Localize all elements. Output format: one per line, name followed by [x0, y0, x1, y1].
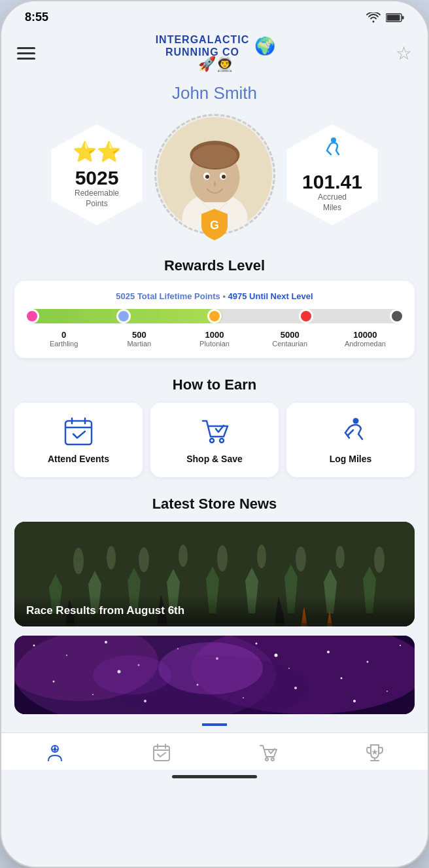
svg-point-23 — [73, 548, 84, 574]
logo-text: INTERGALACTIC RUNNING CO — [156, 33, 250, 58]
level-plutonian: 1000 Plutonian — [177, 330, 252, 348]
news-card-space[interactable] — [14, 636, 415, 714]
svg-point-47 — [288, 668, 290, 669]
progress-section: 5025 Total Lifetime Points • 4975 Until … — [14, 281, 415, 358]
points-number: 5025 — [75, 167, 119, 189]
log-miles-label: Log Miles — [330, 454, 372, 464]
runner-icon — [335, 416, 366, 447]
logo-rocket: 🚀👨‍🚀 — [198, 56, 233, 73]
svg-point-51 — [53, 681, 55, 683]
svg-point-62 — [158, 642, 263, 695]
svg-point-20 — [220, 439, 224, 443]
svg-point-53 — [144, 700, 146, 702]
home-nav-icon — [44, 742, 65, 763]
earn-card-shop[interactable]: Shop & Save — [150, 403, 279, 477]
svg-point-8 — [192, 145, 237, 168]
svg-point-55 — [243, 697, 244, 698]
progress-levels: 0 Earthling 500 Martian 1000 Plutonian 5… — [26, 330, 403, 348]
earn-cards: Attend Events Shop & Save Log Miles — [1, 403, 428, 490]
points-stat: ⭐⭐ 5025 RedeemablePoints — [46, 124, 148, 225]
svg-point-70 — [266, 758, 268, 761]
news-section: Race Results from August 6th — [1, 522, 428, 714]
nav-rewards[interactable] — [364, 742, 385, 763]
calendar-check-icon — [63, 416, 94, 447]
level-earthling: 0 Earthling — [26, 330, 101, 348]
svg-point-40 — [33, 645, 35, 647]
user-name: John Smith — [1, 81, 428, 114]
svg-point-41 — [66, 655, 67, 656]
dot-centaurian — [299, 309, 313, 323]
svg-point-12 — [222, 175, 226, 179]
race-card-overlay: Race Results from August 6th — [14, 595, 415, 626]
time: 8:55 — [25, 10, 48, 24]
profile-center: G — [154, 114, 275, 235]
rewards-title: Rewards Level — [1, 243, 428, 281]
favorite-button[interactable]: ☆ — [396, 43, 412, 64]
svg-rect-15 — [65, 421, 92, 444]
earn-card-miles[interactable]: Log Miles — [286, 403, 415, 477]
miles-label: AccruedMiles — [318, 192, 347, 213]
logo: INTERGALACTIC RUNNING CO 🌍 🚀👨‍🚀 — [156, 33, 276, 73]
cart-check-icon — [199, 416, 230, 447]
dot-martian — [116, 309, 131, 323]
svg-point-60 — [275, 654, 278, 657]
svg-marker-74 — [371, 749, 378, 755]
events-nav-icon — [151, 742, 172, 763]
race-card-title: Race Results from August 6th — [26, 604, 403, 617]
svg-point-24 — [107, 546, 116, 570]
shield-badge: G — [199, 208, 230, 244]
points-label: RedeemablePoints — [75, 189, 119, 209]
progress-label: 5025 Total Lifetime Points • 4975 Until … — [26, 291, 403, 301]
latest-news-title: Latest Store News — [1, 490, 428, 522]
svg-point-52 — [92, 694, 94, 695]
shop-save-label: Shop & Save — [186, 454, 243, 464]
cart-nav-icon — [258, 742, 279, 763]
svg-point-27 — [217, 545, 228, 571]
svg-point-49 — [367, 661, 369, 663]
nav-home[interactable] — [44, 742, 65, 763]
svg-point-63 — [93, 655, 171, 695]
svg-text:G: G — [210, 219, 219, 232]
svg-point-26 — [179, 545, 188, 567]
svg-rect-2 — [387, 14, 400, 20]
svg-point-46 — [256, 643, 258, 645]
svg-point-48 — [327, 651, 330, 653]
earn-card-events[interactable]: Attend Events — [14, 403, 143, 477]
svg-point-29 — [296, 547, 306, 571]
news-card-race[interactable]: Race Results from August 6th — [14, 522, 415, 626]
progress-dots — [26, 309, 403, 323]
bottom-nav — [1, 732, 428, 770]
svg-point-28 — [257, 545, 266, 568]
svg-point-31 — [374, 547, 385, 573]
nav-events[interactable] — [151, 742, 172, 763]
hamburger-menu[interactable] — [17, 47, 35, 60]
header: INTERGALACTIC RUNNING CO 🌍 🚀👨‍🚀 ☆ — [1, 28, 428, 81]
svg-point-56 — [294, 687, 297, 689]
level-martian: 500 Martian — [101, 330, 177, 348]
miles-number: 101.41 — [302, 171, 362, 192]
dot-plutonian — [207, 309, 222, 323]
stats-section: ⭐⭐ 5025 RedeemablePoints — [1, 114, 428, 243]
svg-point-11 — [205, 175, 209, 179]
battery-icon — [386, 13, 404, 22]
status-bar: 8:55 — [1, 1, 428, 28]
svg-point-21 — [353, 418, 359, 424]
trophy-nav-icon — [364, 742, 385, 763]
progress-track — [26, 309, 403, 323]
svg-rect-1 — [402, 16, 404, 19]
scroll-indicator — [202, 723, 227, 726]
svg-point-50 — [400, 645, 401, 646]
svg-rect-66 — [154, 746, 169, 761]
level-centaurian: 5000 Centaurian — [252, 330, 328, 348]
how-to-earn-title: How to Earn — [1, 371, 428, 403]
svg-point-71 — [271, 758, 274, 761]
attend-events-label: Attend Events — [48, 454, 109, 464]
level-andromedan: 10000 Andromedan — [328, 330, 403, 348]
svg-point-58 — [386, 691, 388, 692]
nav-shop[interactable] — [258, 742, 279, 763]
svg-point-19 — [210, 439, 214, 443]
miles-stat: 101.41 AccruedMiles — [282, 124, 383, 225]
dot-earthling — [25, 309, 39, 323]
home-indicator — [172, 775, 257, 778]
status-icons — [366, 12, 404, 23]
